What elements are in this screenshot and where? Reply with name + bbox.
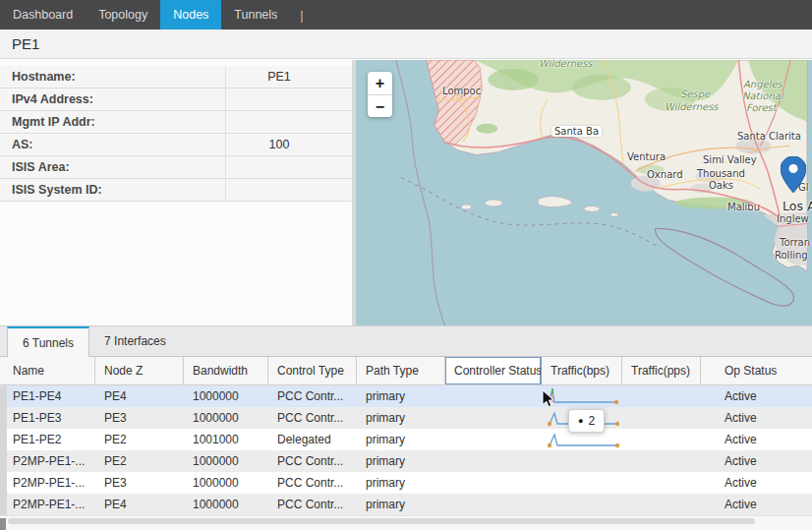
cell-controller-status <box>445 450 542 472</box>
map-label-torrance: Torran <box>780 237 810 248</box>
column-header-bandwidth[interactable]: Bandwidth <box>184 357 268 384</box>
detail-value: 100 <box>225 134 352 155</box>
detail-label: AS: <box>0 134 225 155</box>
detail-value <box>225 179 352 201</box>
horizontal-scrollbar-track[interactable] <box>0 515 812 530</box>
cell-bandwidth: 1000000 <box>184 472 268 494</box>
cell-control-type: PCC Contr... <box>268 450 357 472</box>
detail-row: IPv4 Address: <box>0 88 352 111</box>
cell-name: PE1-PE2 <box>0 429 95 450</box>
map-label-malibu: Malibu <box>727 202 760 212</box>
cell-op-status: Active <box>701 472 812 494</box>
cell-control-type: PCC Contr... <box>268 472 357 494</box>
traffic-sparkline[interactable] <box>546 386 622 406</box>
cell-path-type: primary <box>357 429 445 450</box>
column-header-op-status[interactable]: Op Status <box>701 357 812 384</box>
cell-name: P2MP-PE1-... <box>0 472 95 494</box>
content-area: Hostname: PE1 IPv4 Address: Mgmt IP Addr… <box>0 60 812 325</box>
cell-bandwidth: 1000000 <box>184 385 268 407</box>
table-row[interactable]: P2MP-PE1-... PE2 1000000 PCC Contr... pr… <box>0 450 812 472</box>
sparkline-tooltip: ● 2 <box>568 409 605 433</box>
column-header-control-type[interactable]: Control Type <box>268 357 357 384</box>
cell-controller-status <box>445 429 542 450</box>
cell-traffic-pps <box>622 472 701 494</box>
page-title: PE1 <box>0 35 39 52</box>
bottom-tabs: 6 Tunnels 7 Interfaces <box>0 325 812 357</box>
cell-bandwidth: 1001000 <box>184 429 268 450</box>
map-label-oxnard: Oxnard <box>647 169 683 180</box>
map-label-simi-valley: Simi Valley <box>703 154 757 165</box>
detail-row: Hostname: PE1 <box>0 66 352 88</box>
map-label-wilderness-top: Wilderness <box>539 60 593 69</box>
cell-node-z: PE3 <box>95 407 184 429</box>
detail-row: AS: 100 <box>0 134 352 156</box>
map-panel[interactable]: Wilderness Lompoc Santa Ba Sespe Wildern… <box>356 60 812 325</box>
detail-label: ISIS System ID: <box>0 179 225 201</box>
map-label-los-angeles: Los A <box>783 199 812 213</box>
column-header-path-type[interactable]: Path Type <box>357 357 445 384</box>
map-label-santa-barbara: Santa Ba <box>551 126 602 137</box>
map-label-thousand: Thousand <box>697 168 745 179</box>
map-label-inglewood: Inglew <box>777 213 809 224</box>
cell-path-type: primary <box>357 450 445 472</box>
cell-name: P2MP-PE1-... <box>0 494 95 515</box>
cell-bandwidth: 1000000 <box>184 494 268 515</box>
column-header-node-z[interactable]: Node Z <box>95 357 184 384</box>
zoom-in-button[interactable]: + <box>368 72 392 94</box>
cell-bandwidth: 1000000 <box>184 450 268 472</box>
table-row[interactable]: PE1-PE2 PE2 1001000 Delegated primary Ac… <box>0 429 812 450</box>
detail-label: Mgmt IP Addr: <box>0 111 225 133</box>
traffic-sparkline[interactable] <box>546 430 622 449</box>
cell-op-status: Active <box>701 385 812 407</box>
cell-traffic-bps <box>542 472 622 494</box>
table-header: Name Node Z Bandwidth Control Type Path … <box>0 357 812 385</box>
cell-bandwidth: 1000000 <box>184 407 268 429</box>
cell-node-z: PE2 <box>95 429 184 450</box>
table-row[interactable]: P2MP-PE1-... PE4 1000000 PCC Contr... pr… <box>0 494 812 515</box>
map-label-sespe: Sespe <box>680 88 710 99</box>
cell-controller-status <box>445 472 542 494</box>
detail-label: IPv4 Address: <box>0 88 225 110</box>
cell-name: PE1-PE3 <box>0 407 95 429</box>
cell-node-z: PE4 <box>95 494 184 515</box>
detail-value: PE1 <box>225 66 352 88</box>
table-row[interactable]: PE1-PE4 PE4 1000000 PCC Contr... primary… <box>0 385 812 407</box>
tab-interfaces[interactable]: 7 Interfaces <box>89 326 181 356</box>
detail-row: Mgmt IP Addr: <box>0 111 352 134</box>
table-row[interactable]: PE1-PE3 PE3 1000000 PCC Contr... primary… <box>0 407 812 429</box>
map-label-rolling-hills: Rolling <box>775 250 808 261</box>
horizontal-scrollbar-thumb[interactable] <box>8 518 755 524</box>
map-label-lompoc: Lompoc <box>442 86 481 96</box>
nav-item-nodes[interactable]: Nodes <box>160 0 221 29</box>
column-header-controller-status[interactable]: Controller Status <box>445 357 542 384</box>
cell-path-type: primary <box>357 407 445 429</box>
tab-tunnels[interactable]: 6 Tunnels <box>7 326 89 357</box>
nav-item-topology[interactable]: Topology <box>86 0 160 29</box>
detail-label: Hostname: <box>0 66 225 88</box>
map-marker-icon[interactable] <box>781 156 806 194</box>
table-row[interactable]: P2MP-PE1-... PE3 1000000 PCC Contr... pr… <box>0 472 812 494</box>
cell-path-type: primary <box>357 472 445 494</box>
nav-item-dashboard[interactable]: Dashboard <box>0 0 86 29</box>
column-header-traffic-bps[interactable]: Traffic(bps) <box>542 357 622 384</box>
cell-op-status: Active <box>701 494 812 515</box>
cell-control-type: Delegated <box>268 429 357 450</box>
cell-controller-status <box>445 494 542 515</box>
detail-value <box>225 111 352 133</box>
column-header-traffic-pps[interactable]: Traffic(pps) <box>622 357 701 384</box>
mouse-cursor-icon <box>542 389 555 408</box>
top-nav: Dashboard Topology Nodes Tunnels | <box>0 0 812 29</box>
zoom-out-button[interactable]: − <box>368 94 392 117</box>
cell-control-type: PCC Contr... <box>268 385 357 407</box>
map-label-oaks: Oaks <box>709 180 733 191</box>
bottom-panel: 6 Tunnels 7 Interfaces Name Node Z Bandw… <box>0 325 812 530</box>
nav-item-tunnels[interactable]: Tunnels <box>221 0 290 29</box>
detail-value <box>225 156 352 178</box>
map-basemap <box>356 60 808 325</box>
column-header-name[interactable]: Name <box>0 357 95 384</box>
cell-controller-status <box>445 407 542 429</box>
cell-traffic-pps <box>622 429 701 450</box>
vertical-scrollbar[interactable] <box>0 385 7 516</box>
cell-name: P2MP-PE1-... <box>0 450 95 472</box>
map-label-national: National <box>742 90 783 101</box>
